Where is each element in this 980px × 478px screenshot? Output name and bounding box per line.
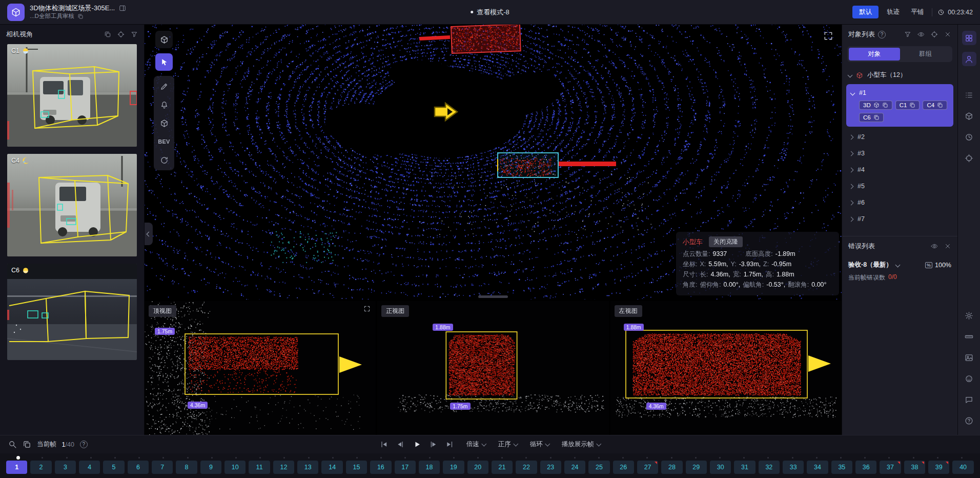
timeline-tick[interactable] xyxy=(200,455,224,461)
frame-button-36[interactable]: 36 xyxy=(855,461,876,474)
close-icon[interactable] xyxy=(944,31,951,38)
frame-button-27[interactable]: 27 xyxy=(637,461,658,474)
frame-button-13[interactable]: 13 xyxy=(297,461,318,474)
view-chip-c1[interactable]: C1 xyxy=(895,101,920,110)
timeline-tick[interactable] xyxy=(490,455,514,461)
timeline-ticks[interactable] xyxy=(6,455,974,461)
timeline-tick[interactable] xyxy=(79,455,103,461)
timeline-tick[interactable] xyxy=(296,455,320,461)
app-logo[interactable] xyxy=(7,4,25,21)
view-chip-c6[interactable]: C6 xyxy=(859,113,884,122)
close-icon[interactable] xyxy=(944,243,951,250)
timeline-tick[interactable] xyxy=(950,455,974,461)
frame-button-1[interactable]: 1 xyxy=(6,461,27,474)
frame-button-40[interactable]: 40 xyxy=(952,461,973,474)
help-icon[interactable] xyxy=(962,413,976,428)
timeline-tick[interactable] xyxy=(442,455,466,461)
view-chip-c4[interactable]: C4 xyxy=(923,101,947,110)
filter-icon[interactable] xyxy=(131,31,138,38)
left-view-canvas[interactable] xyxy=(610,301,842,435)
reset-view-button[interactable] xyxy=(155,151,173,169)
frame-button-16[interactable]: 16 xyxy=(370,461,391,474)
tab-groups[interactable]: 群组 xyxy=(900,48,951,61)
zoom-icon[interactable] xyxy=(8,440,17,449)
timeline-tick[interactable] xyxy=(611,455,635,461)
timeline-tick[interactable] xyxy=(805,455,829,461)
timeline-tick[interactable] xyxy=(393,455,417,461)
close-clone-button[interactable]: 关闭克隆 xyxy=(709,236,743,247)
loop-dropdown[interactable]: 循环 xyxy=(530,440,549,449)
order-dropdown[interactable]: 正序 xyxy=(498,440,518,449)
frame-button-7[interactable]: 7 xyxy=(152,461,173,474)
duplicate-view-icon[interactable] xyxy=(104,31,111,38)
object-item[interactable]: #3 xyxy=(842,145,957,162)
timeline-tick[interactable] xyxy=(635,455,659,461)
locate-icon[interactable] xyxy=(931,31,938,38)
timeline-tick[interactable] xyxy=(151,455,175,461)
frame-button-10[interactable]: 10 xyxy=(224,461,246,474)
help-icon[interactable]: ? xyxy=(878,31,886,38)
timeline-tick[interactable] xyxy=(538,455,562,461)
object-item[interactable]: #2 xyxy=(842,129,957,145)
timeline-tick[interactable] xyxy=(587,455,611,461)
timeline-tick[interactable] xyxy=(224,455,248,461)
layers-icon[interactable] xyxy=(23,440,31,449)
next-frame-button[interactable] xyxy=(429,440,438,449)
frame-button-29[interactable]: 29 xyxy=(686,461,707,474)
frame-button-18[interactable]: 18 xyxy=(419,461,440,474)
object-item-selected[interactable]: #13DC1C4C6 xyxy=(846,84,953,127)
frame-button-23[interactable]: 23 xyxy=(540,461,561,474)
trajectory-view-button[interactable]: 轨迹 xyxy=(884,6,903,18)
panel-icon[interactable] xyxy=(119,5,126,12)
frame-button-4[interactable]: 4 xyxy=(79,461,100,474)
feedback-icon[interactable] xyxy=(962,371,976,386)
frame-button-37[interactable]: 37 xyxy=(880,461,901,474)
timeline-tick[interactable] xyxy=(175,455,199,461)
frame-button-15[interactable]: 15 xyxy=(346,461,367,474)
frame-button-39[interactable]: 39 xyxy=(928,461,949,474)
history-icon[interactable] xyxy=(962,130,976,144)
frame-button-30[interactable]: 30 xyxy=(710,461,731,474)
frame-button-35[interactable]: 35 xyxy=(831,461,852,474)
timeline-tick[interactable] xyxy=(345,455,369,461)
front-view-canvas[interactable] xyxy=(377,301,608,435)
speed-dropdown[interactable]: 倍速 xyxy=(466,440,486,449)
display-frames-dropdown[interactable]: 播放展示帧 xyxy=(562,440,601,449)
timeline-tick[interactable] xyxy=(466,455,490,461)
tile-view-button[interactable]: 平铺 xyxy=(908,6,927,18)
timeline-tick[interactable] xyxy=(708,455,732,461)
divider-handle[interactable] xyxy=(478,295,508,298)
last-frame-button[interactable] xyxy=(445,440,454,449)
default-view-button[interactable]: 默认 xyxy=(852,6,879,18)
list-icon[interactable] xyxy=(962,88,976,102)
timeline-tick[interactable] xyxy=(103,455,127,461)
bev-view-button[interactable]: BEV xyxy=(155,133,173,150)
prev-frame-button[interactable] xyxy=(396,440,405,449)
timeline-tick[interactable] xyxy=(272,455,296,461)
frame-button-5[interactable]: 5 xyxy=(103,461,124,474)
top-view-canvas[interactable] xyxy=(145,301,376,435)
play-button[interactable] xyxy=(413,440,421,449)
view-fullscreen-icon[interactable] xyxy=(363,305,371,314)
frame-button-12[interactable]: 12 xyxy=(273,461,294,474)
timeline-tick[interactable] xyxy=(659,455,683,461)
frame-button-33[interactable]: 33 xyxy=(783,461,804,474)
screenshot-icon[interactable] xyxy=(962,350,976,365)
frame-button-31[interactable]: 31 xyxy=(734,461,755,474)
timeline-tick[interactable] xyxy=(54,455,78,461)
fullscreen-button[interactable] xyxy=(823,31,833,43)
tab-objects[interactable]: 对象 xyxy=(849,48,900,61)
alert-tool[interactable] xyxy=(155,96,173,113)
object-item[interactable]: #5 xyxy=(842,178,957,194)
timeline-tick[interactable] xyxy=(926,455,950,461)
frame-button-26[interactable]: 26 xyxy=(613,461,634,474)
draw-tool[interactable] xyxy=(155,77,173,95)
camera-thumb-c1[interactable]: C1 xyxy=(7,44,137,147)
view-chip-3d[interactable]: 3D xyxy=(859,101,892,110)
timeline-tick[interactable] xyxy=(853,455,877,461)
frame-button-22[interactable]: 22 xyxy=(516,461,537,474)
class-group-row[interactable]: 小型车（12） xyxy=(842,67,957,83)
timeline-tick[interactable] xyxy=(30,455,54,461)
frame-button-3[interactable]: 3 xyxy=(55,461,76,474)
timeline-tick[interactable] xyxy=(127,455,151,461)
